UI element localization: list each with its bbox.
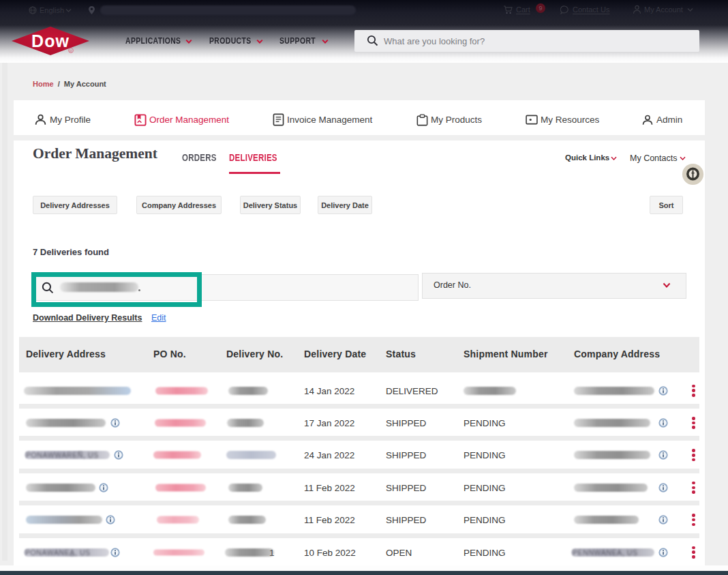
svg-text:R: R xyxy=(70,49,72,53)
svg-text:Dow: Dow xyxy=(31,31,70,50)
